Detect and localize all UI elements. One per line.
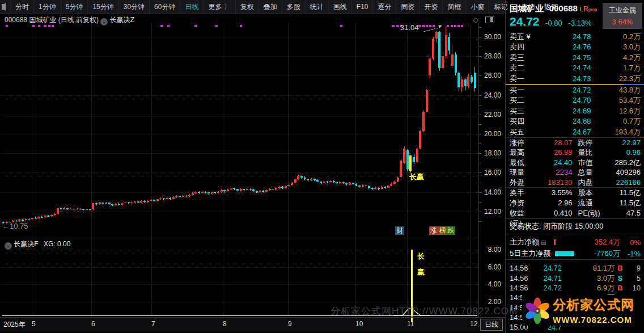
candle bbox=[320, 182, 322, 183]
stat-row: 外盘183130内盘226166 bbox=[506, 178, 644, 188]
low-price-label: ←10.75 bbox=[2, 222, 28, 230]
y-axis-tick bbox=[479, 105, 481, 106]
candle bbox=[233, 188, 235, 189]
candle bbox=[445, 35, 447, 57]
candle bbox=[150, 200, 152, 201]
candlestick-chart: 30.0028.0026.0024.0022.0020.0018.0016.00… bbox=[0, 0, 505, 333]
flow-pct: -1% bbox=[620, 250, 641, 258]
sub-y-axis-label: 8.00 bbox=[481, 246, 501, 254]
signal-dot-icon bbox=[160, 25, 163, 27]
candle bbox=[243, 189, 245, 190]
stock-name-sup: T bbox=[544, 3, 547, 9]
watermark-text: 分析家公式网HTTP://WWW.70822.COM bbox=[331, 305, 518, 318]
candle bbox=[326, 182, 328, 183]
grid-vline bbox=[470, 24, 471, 315]
ask-row[interactable]: 卖三24.754.2万 bbox=[506, 53, 644, 63]
stat-value: 11.5亿 bbox=[604, 188, 641, 198]
signal-dot-icon bbox=[457, 25, 460, 27]
candle bbox=[108, 203, 111, 204]
bid-row[interactable]: 买四24.680.7万 bbox=[506, 116, 644, 127]
y-axis-label: 30.00 bbox=[481, 33, 501, 41]
spike-axis-tick bbox=[411, 318, 413, 322]
y-axis-label: 28.00 bbox=[481, 52, 501, 60]
stat-row: 净资2.96流通11.5亿 bbox=[506, 198, 644, 208]
money-flow-row: 5日主力净额-7760万-1% bbox=[506, 248, 644, 259]
signal-dot-icon bbox=[447, 25, 449, 27]
stat-value: 183130 bbox=[536, 178, 573, 188]
ask-row[interactable]: 卖一24.7322.3万 bbox=[506, 74, 644, 84]
tick-side: B bbox=[615, 263, 626, 273]
signal-label-sub-char2: 赢 bbox=[417, 267, 425, 277]
stat-value: 285.2亿 bbox=[604, 158, 641, 168]
grid-vline bbox=[151, 24, 152, 315]
candle bbox=[419, 131, 421, 149]
candle bbox=[66, 208, 69, 209]
ob-label: 卖三 bbox=[510, 53, 541, 63]
y-axis-tick bbox=[479, 212, 481, 212]
candle bbox=[409, 155, 412, 171]
ask-row[interactable]: 卖四24.763.0万 bbox=[506, 42, 644, 52]
stat-label: 流通 bbox=[573, 198, 604, 208]
candle bbox=[134, 201, 136, 203]
chevron-down-circle-icon[interactable]: ⌄ bbox=[5, 242, 12, 250]
peak-price-label: 31.04 bbox=[400, 23, 419, 32]
signal-dot-icon bbox=[215, 25, 218, 27]
flow-label: 5日主力净额 bbox=[510, 248, 550, 259]
tick-side: S bbox=[615, 273, 626, 283]
bid-row[interactable]: 买三24.6912.6万 bbox=[506, 106, 644, 116]
list-icon[interactable]: ▤ bbox=[541, 239, 546, 246]
candle bbox=[339, 182, 341, 184]
ob-volume: 1.7万 bbox=[591, 63, 641, 73]
sub-indicator-value: XG: 0.00 bbox=[44, 240, 70, 248]
candle bbox=[121, 203, 123, 205]
signal-dot-icon bbox=[52, 25, 54, 27]
candle bbox=[313, 179, 316, 180]
candle bbox=[371, 188, 374, 189]
period-selector[interactable]: 日线 bbox=[480, 319, 503, 331]
stock-code: 000688 bbox=[549, 3, 578, 13]
stat-label: 涨停 bbox=[510, 138, 536, 148]
candle bbox=[304, 178, 306, 179]
ribbon-tag-跌[interactable]: 跌 bbox=[446, 226, 455, 235]
money-flow-block: 主力净额▤352.4万0%5日主力净额-7760万-1% bbox=[506, 237, 644, 259]
bid-row[interactable]: 买一24.7243.8万 bbox=[506, 85, 644, 95]
grid-hline bbox=[1, 95, 478, 96]
stat-value: 24.40 bbox=[536, 158, 573, 168]
candle bbox=[397, 178, 399, 182]
ribbon-tag-财[interactable]: 财 bbox=[395, 226, 404, 235]
candle bbox=[381, 187, 383, 188]
status-value: 闭市阶段 15:00:00 bbox=[543, 222, 603, 230]
industry-box[interactable]: 工业金属 3.64% bbox=[603, 3, 642, 29]
candle bbox=[422, 112, 425, 131]
signal-dot-icon bbox=[451, 25, 453, 27]
stat-label: 外盘 bbox=[510, 178, 536, 188]
candle bbox=[390, 184, 392, 186]
bid-row[interactable]: 买二24.7053.4万 bbox=[506, 95, 644, 106]
candle bbox=[378, 188, 380, 189]
y-axis-tick bbox=[479, 86, 481, 86]
ask-row[interactable]: 卖二24.741.7万 bbox=[506, 63, 644, 73]
sub-grid-hline bbox=[1, 284, 478, 285]
candle bbox=[82, 209, 84, 210]
flag-r: R bbox=[583, 5, 588, 13]
bid-row[interactable]: 买五24.67193.4万 bbox=[506, 127, 644, 137]
candle bbox=[345, 183, 348, 184]
money-flow-row: 主力净额▤352.4万0% bbox=[506, 237, 644, 248]
grid-vline bbox=[288, 24, 289, 315]
candle bbox=[448, 37, 450, 50]
signal-dot-icon bbox=[167, 25, 170, 27]
candle bbox=[188, 195, 190, 197]
candle bbox=[426, 90, 428, 112]
candle bbox=[252, 189, 255, 191]
ribbon-tag-涨[interactable]: 涨 bbox=[429, 226, 438, 235]
sub-indicator-name[interactable]: 长赢决F bbox=[14, 240, 38, 248]
candle bbox=[28, 219, 30, 220]
x-axis-month-label: 10 bbox=[355, 320, 363, 328]
signal-dot-icon bbox=[429, 25, 431, 27]
candle bbox=[227, 189, 229, 191]
candle bbox=[214, 192, 216, 193]
candle bbox=[457, 73, 460, 87]
y-axis-label: 16.00 bbox=[481, 168, 501, 176]
y-axis-tick bbox=[479, 124, 481, 125]
ask-row[interactable]: 卖五 ¥24.780.2万 bbox=[506, 32, 644, 42]
